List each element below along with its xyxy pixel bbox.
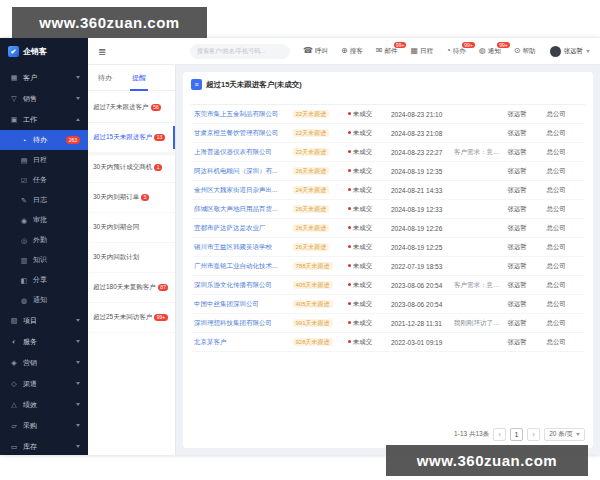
status-text: 未成交 bbox=[353, 319, 373, 326]
reminder-filter-item[interactable]: 30天内预计成交商机 1 bbox=[88, 153, 175, 183]
status-text: 未成交 bbox=[353, 186, 373, 193]
customer-name-link[interactable]: 深圳乐游文化传播有限公司 bbox=[194, 281, 272, 288]
reminder-filter-item[interactable]: 30天内到期合同 bbox=[88, 213, 175, 243]
customer-name-link[interactable]: 阿达科机电顾问（深圳）有... bbox=[194, 167, 277, 174]
app-logo[interactable]: ✔ 企销客 bbox=[0, 38, 88, 65]
reminder-filter-item[interactable]: 超过15天未跟进客户 13 bbox=[88, 123, 175, 153]
status-dot-icon bbox=[348, 131, 351, 134]
nav-item[interactable]: ▦ 日程 bbox=[410, 47, 433, 56]
status-cell: 未成交 bbox=[345, 295, 388, 314]
status-dot-icon bbox=[348, 264, 351, 267]
tag-badge: 22天未跟进 bbox=[293, 110, 330, 118]
page-size-select[interactable]: 20 条/页 bbox=[544, 428, 585, 441]
marketing-icon: ◈ bbox=[10, 359, 18, 366]
department-cell: 总公司 bbox=[544, 105, 585, 124]
last-follow-record bbox=[451, 219, 504, 238]
tag-badge: 26天未跟进 bbox=[293, 224, 330, 232]
reminder-filter-item[interactable]: 30天内到期订单 5 bbox=[88, 183, 175, 213]
customer-name-link[interactable]: 宜都市萨达萨达是农业厂 bbox=[194, 224, 266, 231]
sidebar-subitem[interactable]: ◔ 待办 263 bbox=[0, 130, 88, 150]
sidebar-subitem[interactable]: ☑ 任务 bbox=[0, 170, 88, 190]
sidebar-subitem[interactable]: ◍ 通知 bbox=[0, 290, 88, 310]
owner-cell: 张远哲 bbox=[504, 124, 543, 143]
main-sidebar: ▦ 客户 ▽ 销售 ▣ 工作 ◔ 待办 263 ▤ 日程 ☑ 任务 ✎ 日志 ◉… bbox=[0, 65, 88, 455]
customer-name-link[interactable]: 薛城区敬大声地日用品百货... bbox=[194, 205, 277, 212]
customer-name-link[interactable]: 广州市嘉铭工业自动化技术... bbox=[194, 262, 277, 269]
last-follow-time: 2024-08-23 21:10 bbox=[388, 105, 451, 124]
nav-item-label: 帮助 bbox=[523, 47, 536, 56]
customer-name-link[interactable]: 北京某客户 bbox=[194, 338, 227, 345]
inventory-icon: ▭ bbox=[10, 443, 18, 450]
nav-item[interactable]: ⊕ 搜客 bbox=[341, 47, 363, 56]
owner-cell: 张远哲 bbox=[504, 200, 543, 219]
sidebar-item[interactable]: ▽ 销售 bbox=[0, 88, 88, 109]
top-navbar: ✔ 企销客 ≣ ☎ 呼叫 ⊕ 搜客 ✉ 邮件 99+ ▦ 日程 ◔ 待办 99+… bbox=[0, 38, 600, 65]
reminder-filter-item[interactable]: 超过7天未跟进客户 56 bbox=[88, 93, 175, 123]
tag-badge: 26天未跟进 bbox=[293, 205, 330, 213]
table-row: 宜都市萨达萨达是农业厂 26天未跟进 未成交 2024-08-19 12:26 … bbox=[191, 219, 585, 238]
owner-cell: 张远哲 bbox=[504, 314, 543, 333]
sidebar-item[interactable]: ◇ 渠道 bbox=[0, 373, 88, 394]
sidebar-item[interactable]: ▧ 项目 bbox=[0, 310, 88, 331]
nav-item[interactable]: ✉ 邮件 99+ bbox=[376, 47, 398, 56]
customer-name-link[interactable]: 上海普递仪器仪表有限公司 bbox=[194, 148, 272, 155]
page-number[interactable]: 1 bbox=[510, 428, 523, 441]
nav-item[interactable]: ☎ 呼叫 bbox=[303, 47, 328, 56]
customer-name-link[interactable]: 深圳理想科技集团有限公司 bbox=[194, 319, 272, 326]
sidebar-subitem[interactable]: ▥ 知识 bbox=[0, 250, 88, 270]
nav-item[interactable]: ⊙ 帮助 bbox=[514, 47, 536, 56]
tag-badge: 788天未跟进 bbox=[293, 262, 333, 270]
sidebar-item[interactable]: ▦ 客户 bbox=[0, 67, 88, 88]
table-row: 东莞市集上五金制品有限公司 22天未跟进 未成交 2024-08-23 21:1… bbox=[191, 105, 585, 124]
next-page-button[interactable]: › bbox=[527, 428, 540, 441]
owner-cell: 张远哲 bbox=[504, 238, 543, 257]
reminder-filter-item[interactable]: 超过25天未回访客户 99+ bbox=[88, 303, 175, 333]
sidebar-item[interactable]: ▭ 库存 bbox=[0, 436, 88, 455]
chevron-icon bbox=[76, 403, 80, 406]
user-menu[interactable]: 张远哲 bbox=[550, 46, 591, 57]
panel-tab[interactable]: 提醒 bbox=[122, 65, 156, 90]
nav-item[interactable]: ◍ 通知 99+ bbox=[479, 47, 501, 56]
global-search-input[interactable] bbox=[190, 44, 290, 59]
sidebar-subitem[interactable]: ✎ 日志 bbox=[0, 190, 88, 210]
sidebar-item[interactable]: ◈ 营销 bbox=[0, 352, 88, 373]
sidebar-subitem[interactable]: ▤ 日程 bbox=[0, 150, 88, 170]
calendar-icon: ▦ bbox=[410, 47, 418, 55]
department-cell: 总公司 bbox=[544, 238, 585, 257]
prev-page-button[interactable]: ‹ bbox=[493, 428, 506, 441]
reminder-label: 超过25天未回访客户 bbox=[93, 313, 152, 321]
sidebar-item[interactable]: ◐ 服务 bbox=[0, 331, 88, 352]
customer-name-link[interactable]: 东莞市集上五金制品有限公司 bbox=[194, 110, 279, 117]
reminder-filter-item[interactable]: 30天内回款计划 bbox=[88, 243, 175, 273]
watermark-bottom: www.360zuan.com bbox=[386, 445, 588, 476]
reminder-filter-item[interactable]: 超过180天未复购客户 87 bbox=[88, 273, 175, 303]
department-cell: 总公司 bbox=[544, 333, 585, 352]
sidebar-item[interactable]: ▱ 采购 bbox=[0, 415, 88, 436]
customer-name-link[interactable]: 铜川市王益区韩频英语学校 bbox=[194, 243, 272, 250]
table-row: 北京某客户 928天未跟进 未成交 2022-03-01 09:19 张远哲 总… bbox=[191, 333, 585, 352]
department-cell: 总公司 bbox=[544, 295, 585, 314]
status-text: 未成交 bbox=[353, 281, 373, 288]
sidebar-item[interactable]: ▣ 工作 bbox=[0, 109, 88, 130]
app-body: ▦ 客户 ▽ 销售 ▣ 工作 ◔ 待办 263 ▤ 日程 ☑ 任务 ✎ 日志 ◉… bbox=[0, 65, 600, 455]
pagination-summary: 1-13 共13条 bbox=[454, 430, 489, 439]
status-dot-icon bbox=[348, 169, 351, 172]
table-row: 甘肃京橙兰餐饮管理有限公司 22天未跟进 未成交 2024-08-23 21:0… bbox=[191, 124, 585, 143]
help-icon: ⊙ bbox=[514, 47, 521, 55]
customer-name-link[interactable]: 金州区大魏家街道日杂声出... bbox=[194, 186, 277, 193]
chevron-icon bbox=[76, 97, 80, 100]
sidebar-subitem[interactable]: ◧ 分享 bbox=[0, 270, 88, 290]
panel-tab[interactable]: 待办 bbox=[88, 65, 122, 90]
nav-item-label: 日程 bbox=[420, 47, 433, 56]
sidebar-subitem[interactable]: ◉ 审批 bbox=[0, 210, 88, 230]
customer-name-link[interactable]: 甘肃京橙兰餐饮管理有限公司 bbox=[194, 129, 279, 136]
chevron-icon bbox=[76, 361, 80, 364]
sidebar-item-label: 营销 bbox=[23, 358, 37, 368]
nav-item[interactable]: ◔ 待办 99+ bbox=[446, 47, 466, 56]
collapse-sidebar-icon[interactable]: ≣ bbox=[98, 46, 106, 57]
sidebar-subitem-label: 日程 bbox=[33, 155, 47, 165]
sidebar-subitem[interactable]: ◎ 外勤 bbox=[0, 230, 88, 250]
chevron-icon bbox=[76, 424, 80, 427]
sidebar-item[interactable]: △ 绩效 bbox=[0, 394, 88, 415]
customer-name-link[interactable]: 中国中丝集团深圳公司 bbox=[194, 300, 259, 307]
